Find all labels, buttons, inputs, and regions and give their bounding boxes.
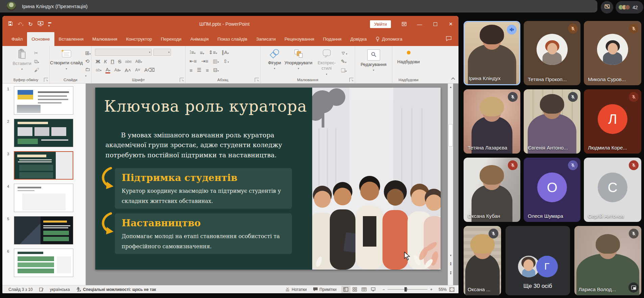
drawing-dialog-launcher[interactable]: ↘ [349, 78, 353, 82]
previous-slide-button[interactable]: ▲▲ [448, 261, 453, 267]
change-case-button[interactable]: Aa▾ [114, 68, 121, 72]
zoom-in-button[interactable]: + [430, 287, 432, 292]
grow-font-button[interactable]: A˄ [125, 67, 131, 73]
align-right-button[interactable]: ≡ [206, 67, 209, 73]
participant-tile[interactable]: Оксана Кубан [464, 158, 520, 222]
tab-record[interactable]: Записати [252, 32, 280, 46]
paragraph-dialog-launcher[interactable]: ↘ [255, 78, 259, 82]
tab-view[interactable]: Подання [319, 32, 346, 46]
strikethrough-button[interactable]: S [118, 59, 121, 64]
participant-tile[interactable]: Ірина Кліндух [464, 21, 520, 85]
vertical-scrollbar[interactable]: ▲ ▼ ▲▲ ▼▼ [448, 84, 453, 285]
bold-button[interactable]: Ж [96, 59, 100, 64]
sign-in-button[interactable]: Увійти [370, 20, 391, 28]
shape-effects-icon[interactable]: ❏▾ [341, 67, 347, 73]
accessibility-status[interactable]: Спеціальні можливості: щось не так [83, 287, 156, 292]
cut-icon[interactable]: ✂ [34, 50, 39, 56]
fit-slide-to-window-button[interactable] [449, 287, 454, 292]
tab-review[interactable]: Рецензування [280, 32, 319, 46]
save-icon[interactable] [8, 21, 13, 27]
slide-thumbnail-6[interactable] [14, 249, 73, 277]
slide-thumbnail-2[interactable] [14, 119, 73, 147]
companion-mode-button[interactable] [601, 1, 613, 14]
customize-qat-icon[interactable]: ▬▾ [48, 21, 51, 27]
ribbon-display-options-button[interactable] [396, 16, 412, 32]
shape-outline-icon[interactable]: ✎▾ [341, 59, 347, 65]
clear-format-button[interactable]: A⌫ [144, 67, 155, 73]
decrease-indent-button[interactable]: ⇤≡ [190, 58, 197, 64]
zoom-level[interactable]: 55% [432, 287, 447, 292]
participant-tile[interactable]: Тетяна Прокоп... [524, 21, 580, 85]
tab-animations[interactable]: Анімація [186, 32, 213, 46]
zoom-slider-knob[interactable] [404, 287, 407, 292]
more-participants-tile[interactable]: Г Ще 30 осіб [505, 226, 570, 295]
increase-indent-button[interactable]: ⇥≡ [201, 58, 208, 64]
participant-tile[interactable]: Тетяна Лазарєва [464, 89, 520, 154]
slide-thumbnail-4[interactable] [14, 184, 73, 212]
align-text-button[interactable]: ⇳▾ [223, 58, 229, 64]
highlight-button[interactable]: ab▾ [96, 68, 101, 72]
tab-file[interactable]: Файл [7, 32, 27, 46]
minimize-button[interactable]: — [412, 16, 427, 32]
picture-in-picture-icon[interactable] [628, 282, 639, 293]
participant-tile[interactable]: Євгенія Антоно... [524, 89, 580, 154]
slide-thumbnail-3-selected[interactable] [14, 151, 73, 180]
bullets-button[interactable]: ⁝≡▾ [190, 49, 196, 55]
notes-book-icon[interactable] [39, 287, 44, 292]
slide-thumbnail-1[interactable] [14, 86, 73, 115]
participant-tile[interactable]: С Сергій Антонов [584, 158, 641, 222]
tab-support[interactable]: Допомога [371, 32, 407, 46]
font-size-combo[interactable]: ▾ [153, 49, 171, 56]
copy-icon[interactable]: ⧉▾ [34, 59, 39, 65]
shrink-font-button[interactable]: A˅ [135, 68, 140, 72]
participant-tile[interactable]: Оксана ... [464, 226, 501, 295]
font-color-button[interactable]: A▾ [105, 67, 110, 73]
addins-button[interactable]: Надбудови [392, 49, 425, 65]
slideshow-view-button[interactable] [369, 286, 378, 293]
columns-button[interactable]: ▥▾ [213, 58, 219, 64]
participant-tile[interactable]: О Олеся Шумара [524, 158, 580, 222]
arrange-button[interactable]: Упорядкувати▾ [284, 49, 313, 70]
text-direction-button[interactable]: ∥A▾ [222, 49, 229, 55]
participant-tile[interactable]: Л Людмила Коре... [584, 89, 641, 154]
align-center-button[interactable]: ☰ [197, 67, 201, 73]
italic-button[interactable]: К [104, 59, 107, 64]
zoom-out-button[interactable]: − [382, 287, 385, 292]
character-spacing-button[interactable]: АВ▾ [135, 59, 142, 64]
redo-icon[interactable]: ↻ [28, 21, 32, 27]
line-spacing-button[interactable]: ⇕≡▾ [208, 49, 217, 55]
shape-fill-icon[interactable]: 🜄▾ [341, 50, 347, 56]
comments-toggle[interactable] [446, 32, 452, 46]
collapse-ribbon-button[interactable] [451, 75, 455, 81]
section-icon[interactable]: 🗀▾ [85, 66, 91, 78]
language-indicator[interactable]: українська [50, 287, 70, 292]
notes-toggle[interactable]: Нотатки [292, 287, 306, 292]
reading-view-button[interactable] [360, 286, 369, 293]
maximize-button[interactable] [427, 16, 443, 32]
slide-thumbnail-5[interactable] [14, 216, 73, 245]
numbering-button[interactable]: ≡▾ [200, 50, 204, 55]
smartart-button[interactable]: ⊟▾ [213, 67, 219, 73]
participants-count-button[interactable]: 42 [616, 1, 643, 14]
participant-tile[interactable]: Лариса Волод... [574, 226, 641, 295]
underline-button[interactable]: П [110, 59, 114, 64]
tab-home[interactable]: Основне [27, 32, 54, 46]
font-dialog-launcher[interactable]: ↘ [180, 78, 184, 82]
tab-help[interactable]: Довідка [346, 32, 371, 46]
current-slide-canvas[interactable]: Ключова роль куратора В умовах змішаного… [95, 88, 441, 270]
new-slide-button[interactable]: Створити слайд ▾ [50, 49, 83, 78]
accessibility-person-icon[interactable] [76, 287, 81, 292]
tab-slideshow[interactable]: Показ слайдів [213, 32, 251, 46]
clipboard-dialog-launcher[interactable]: ↘ [44, 78, 48, 82]
tab-draw[interactable]: Малювання [88, 32, 122, 46]
tab-design[interactable]: Конструктор [122, 32, 156, 46]
next-slide-button[interactable]: ▼▼ [448, 270, 453, 276]
tab-insert[interactable]: Вставлення [54, 32, 88, 46]
paste-button[interactable]: Вставити ▾ [13, 49, 31, 73]
format-painter-icon[interactable]: 🖌 [34, 67, 39, 73]
scroll-up-button[interactable]: ▲ [448, 84, 453, 90]
zoom-slider-track[interactable] [388, 289, 427, 290]
scroll-down-button[interactable]: ▼ [448, 253, 453, 259]
normal-view-button[interactable] [341, 286, 350, 293]
scrollbar-thumb[interactable] [448, 124, 453, 146]
